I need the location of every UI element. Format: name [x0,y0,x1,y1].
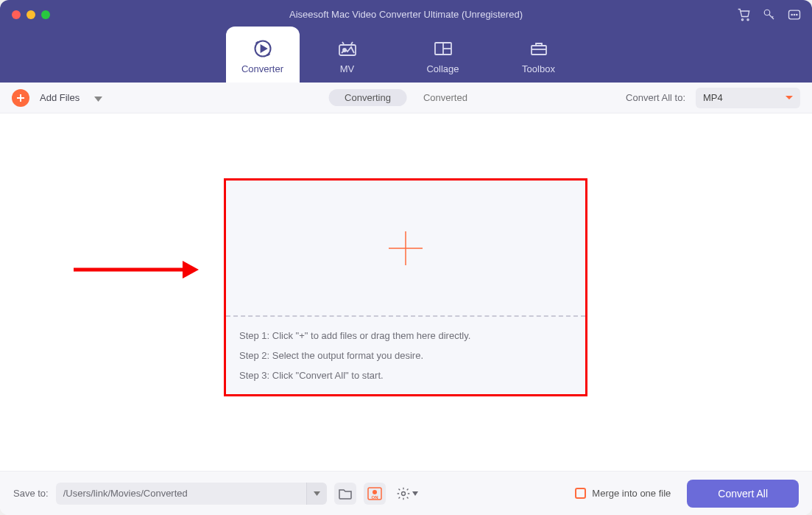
svg-marker-18 [94,97,102,102]
window-title: Aiseesoft Mac Video Converter Ultimate (… [0,9,812,20]
menu-icon[interactable] [787,7,802,22]
main-area: Step 1: Click "+" to add files or drag t… [0,113,812,471]
status-segments: Converting Converted [328,88,484,108]
cart-icon[interactable] [737,7,752,22]
dropzone-instructions: Step 1: Click "+" to add files or drag t… [226,317,585,394]
save-path-display[interactable]: /Users/link/Movies/Converted [56,483,306,505]
main-tabs: Converter MV Collage [0,27,812,83]
app-window: Aiseesoft Mac Video Converter Ultimate (… [0,0,812,515]
step-3: Step 3: Click "Convert All" to start. [239,370,572,381]
header: Aiseesoft Mac Video Converter Ultimate (… [0,0,812,83]
save-to-label: Save to: [13,488,49,499]
tab-mv[interactable]: MV [300,27,395,83]
footer: Save to: /Users/link/Movies/Converted ON [0,471,812,515]
svg-point-5 [794,14,794,15]
svg-point-0 [741,19,743,21]
convert-all-to-label: Convert All to: [626,92,685,103]
step-2: Step 2: Select the output format you des… [239,350,572,361]
converter-icon [253,40,273,57]
svg-point-1 [747,19,749,21]
chevron-down-icon [785,96,793,99]
key-icon[interactable] [762,7,777,22]
gpu-accel-button[interactable]: ON [364,483,386,505]
settings-button[interactable] [393,483,421,505]
tab-collage[interactable]: Collage [395,27,491,83]
tab-label: Converter [241,63,283,74]
tab-toolbox[interactable]: Toolbox [491,27,587,83]
add-files-dropdown[interactable] [94,91,102,105]
toolbar: Add Files Converting Converted Convert A… [0,83,812,113]
format-select[interactable]: MP4 [696,88,800,108]
format-selected-value: MP4 [703,92,723,103]
svg-point-6 [797,14,797,15]
svg-point-4 [791,14,792,15]
add-files-button[interactable] [12,89,29,107]
header-right-icons [737,7,802,22]
step-1: Step 1: Click "+" to add files or drag t… [239,330,572,341]
toolbox-icon [529,40,549,57]
segment-converted[interactable]: Converted [407,89,484,106]
mv-icon [337,40,358,57]
checkbox-icon [575,488,586,499]
tab-label: MV [340,63,355,74]
convert-all-button[interactable]: Convert All [687,480,799,508]
dropzone[interactable]: Step 1: Click "+" to add files or drag t… [224,178,587,396]
svg-marker-28 [412,491,418,496]
collage-icon [433,40,453,57]
svg-point-25 [373,490,377,494]
svg-point-27 [401,491,405,495]
tab-label: Toolbox [522,63,555,74]
merge-label: Merge into one file [592,488,671,499]
svg-marker-23 [314,491,320,496]
tab-converter[interactable]: Converter [226,27,300,83]
svg-point-2 [764,10,770,15]
svg-rect-14 [532,46,546,55]
merge-checkbox[interactable]: Merge into one file [575,488,671,499]
save-path-dropdown[interactable] [306,483,327,505]
open-folder-button[interactable] [334,483,356,505]
dropzone-add-area[interactable] [226,181,585,317]
plus-icon [387,230,424,267]
svg-marker-22 [183,261,199,278]
svg-marker-8 [261,45,266,51]
add-files-label[interactable]: Add Files [40,92,80,103]
tab-label: Collage [426,63,459,74]
svg-text:ON: ON [371,495,378,500]
segment-converting[interactable]: Converting [328,89,407,106]
annotation-arrow [74,259,199,280]
